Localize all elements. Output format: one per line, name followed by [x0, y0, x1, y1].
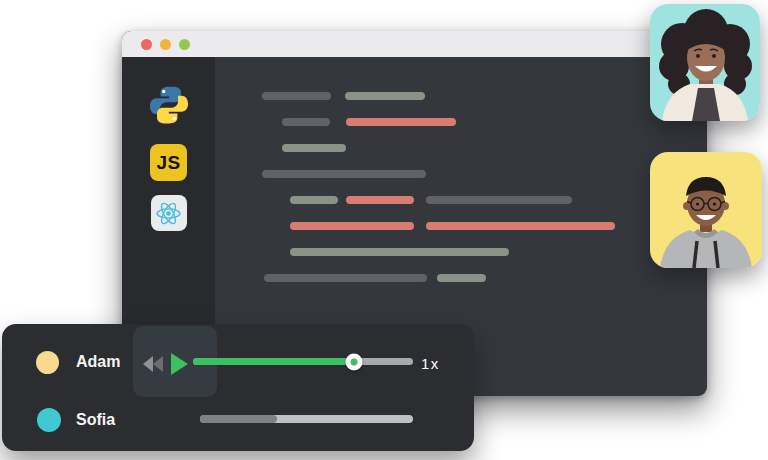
code-line-bar — [262, 92, 331, 100]
traffic-light-maximize-button[interactable] — [179, 39, 190, 50]
progress-fill — [193, 358, 354, 365]
code-line-bar — [426, 196, 572, 204]
knob-center-dot — [350, 358, 357, 365]
code-line-bar — [262, 170, 426, 178]
slider-knob[interactable] — [345, 353, 362, 370]
code-line-bar — [426, 222, 615, 230]
code-line-bar — [290, 248, 509, 256]
code-line-bar — [282, 118, 330, 126]
code-line-bar — [346, 196, 414, 204]
code-line-bar — [282, 144, 346, 152]
progress-slider[interactable] — [193, 358, 413, 365]
code-line-bar — [290, 196, 338, 204]
participant-name: Sofia — [76, 411, 115, 429]
code-line-bar — [437, 274, 486, 282]
playback-panel: Adam 1x Sofia — [2, 324, 474, 451]
progress-fill — [200, 415, 277, 423]
participant-name: Adam — [76, 353, 120, 371]
woman-portrait-image — [650, 4, 760, 121]
man-portrait-image — [650, 152, 762, 268]
participant-video-tile-bottom — [650, 152, 762, 268]
participant-video-tile-top — [650, 4, 760, 121]
window-titlebar — [122, 31, 707, 57]
javascript-icon[interactable]: JS — [150, 144, 187, 181]
react-icon[interactable] — [151, 195, 187, 231]
traffic-light-minimize-button[interactable] — [160, 39, 171, 50]
python-icon[interactable] — [145, 84, 193, 130]
code-line-bar — [264, 274, 427, 282]
participant-color-dot — [36, 351, 59, 374]
progress-slider[interactable] — [200, 415, 413, 423]
play-icon[interactable] — [170, 352, 189, 376]
illustration-canvas: JS — [0, 0, 768, 460]
code-line-bar — [345, 92, 425, 100]
rewind-icon[interactable] — [142, 354, 166, 374]
code-line-bar — [290, 222, 414, 230]
playback-speed[interactable]: 1x — [421, 355, 440, 372]
traffic-light-close-button[interactable] — [141, 39, 152, 50]
participant-color-dot — [37, 408, 61, 432]
code-line-bar — [346, 118, 456, 126]
